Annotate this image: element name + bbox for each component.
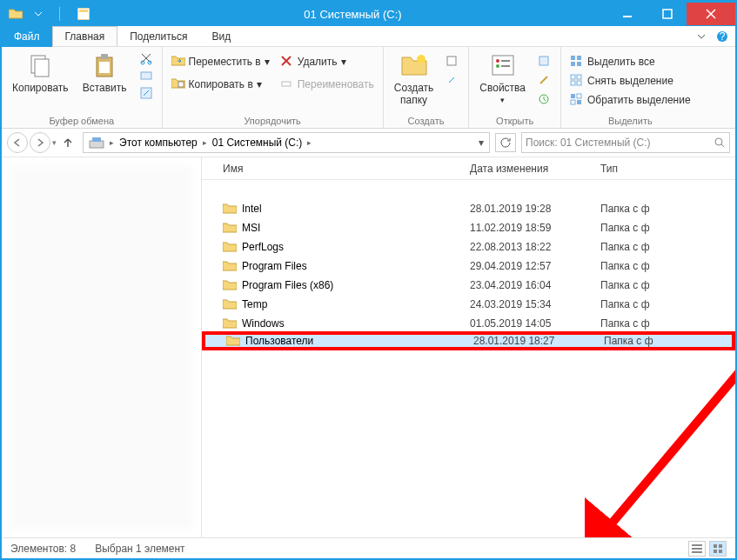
file-type: Папка с ф: [593, 298, 735, 310]
drive-icon[interactable]: [85, 136, 108, 150]
details-view-button[interactable]: [688, 541, 706, 557]
file-date: 28.01.2019 19:28: [463, 203, 593, 215]
annotation-arrow: [585, 361, 735, 537]
file-menu[interactable]: Файл: [2, 26, 52, 47]
properties-icon[interactable]: [75, 5, 92, 23]
paste-button[interactable]: Вставить: [79, 50, 131, 96]
svg-rect-45: [714, 544, 717, 548]
invert-selection-button[interactable]: Обратить выделение: [568, 92, 693, 108]
maximize-button[interactable]: [647, 3, 687, 25]
column-header-name[interactable]: Имя: [202, 163, 463, 175]
svg-point-21: [496, 59, 499, 63]
back-button[interactable]: [7, 132, 28, 153]
svg-rect-46: [719, 544, 722, 548]
breadcrumb-item[interactable]: Этот компьютер: [116, 137, 201, 149]
easy-access-button[interactable]: [444, 73, 461, 89]
new-folder-button[interactable]: Создать папку: [391, 50, 438, 108]
statusbar: Элементов: 8 Выбран 1 элемент: [2, 537, 735, 558]
svg-rect-36: [577, 94, 581, 98]
up-button[interactable]: [58, 133, 77, 152]
forward-button[interactable]: [30, 132, 50, 153]
window-controls: [608, 3, 735, 25]
svg-point-23: [496, 64, 499, 68]
copy-path-button[interactable]: [137, 68, 155, 83]
group-organize: Переместить в ▾ Копировать в ▾ Удалить ▾…: [163, 47, 384, 128]
file-type: Папка с ф: [597, 335, 732, 347]
file-type: Папка с ф: [593, 260, 735, 272]
sidebar[interactable]: [2, 157, 202, 537]
quick-access-toolbar: [2, 5, 97, 23]
svg-point-18: [417, 55, 425, 63]
file-row[interactable]: MSI11.02.2019 18:59Папка с ф: [202, 218, 735, 237]
minimize-button[interactable]: [608, 3, 647, 25]
close-button[interactable]: [687, 3, 735, 25]
file-type: Папка с ф: [593, 279, 735, 291]
properties-button[interactable]: Свойства ▾: [476, 50, 529, 106]
menubar: Файл Главная Поделиться Вид ?: [2, 26, 735, 47]
select-none-icon: [570, 74, 584, 88]
file-type: Папка с ф: [593, 222, 735, 234]
address-bar[interactable]: ▸ Этот компьютер ▸ 01 Системный (С:) ▸ ▾: [83, 132, 490, 153]
refresh-button[interactable]: [495, 133, 516, 152]
icons-view-button[interactable]: [709, 541, 727, 557]
open-button[interactable]: [536, 54, 553, 70]
breadcrumb-item[interactable]: 01 Системный (С:): [209, 137, 306, 149]
chevron-right-icon[interactable]: ▸: [203, 138, 207, 147]
column-header-date[interactable]: Дата изменения: [463, 163, 593, 175]
explorer-window: 01 Системный (С:) Файл Главная Поделитьс…: [0, 0, 737, 560]
svg-rect-27: [571, 56, 575, 60]
edit-button[interactable]: [536, 73, 553, 89]
invert-icon: [570, 93, 584, 107]
chevron-right-icon[interactable]: ▸: [110, 138, 114, 147]
history-dropdown-icon[interactable]: ▾: [52, 138, 57, 147]
svg-rect-32: [577, 75, 581, 79]
select-all-button[interactable]: Выделить все: [568, 54, 693, 70]
group-new: Создать папку Создать: [384, 47, 470, 128]
rename-button: Переименовать: [278, 77, 376, 92]
edit-icon: [538, 74, 552, 88]
file-type: Папка с ф: [593, 241, 735, 253]
tab-share[interactable]: Поделиться: [117, 27, 199, 46]
tab-view[interactable]: Вид: [199, 27, 243, 46]
svg-rect-25: [539, 57, 548, 65]
paste-icon: [90, 52, 118, 80]
cut-button[interactable]: [137, 50, 155, 66]
file-name: Пользователи: [245, 335, 313, 347]
folder-icon: [226, 335, 240, 347]
chevron-right-icon[interactable]: ▸: [307, 138, 312, 147]
copy-button[interactable]: Копировать: [9, 50, 72, 96]
help-icon[interactable]: ?: [716, 30, 728, 43]
column-header-type[interactable]: Тип: [593, 163, 735, 175]
file-list: Имя Дата изменения Тип Intel28.01.2019 1…: [202, 157, 735, 537]
copy-icon: [26, 52, 54, 80]
delete-button[interactable]: Удалить ▾: [278, 54, 376, 70]
file-row[interactable]: Пользователи28.01.2019 18:27Папка с ф: [202, 331, 735, 350]
tab-home[interactable]: Главная: [52, 26, 118, 46]
dropdown-icon[interactable]: ▾: [475, 137, 487, 149]
svg-rect-28: [577, 56, 581, 60]
move-to-button[interactable]: Переместить в ▾: [170, 54, 271, 70]
folder-icon: [223, 222, 237, 234]
paste-shortcut-button[interactable]: [137, 85, 155, 101]
history-button[interactable]: [536, 92, 553, 108]
svg-rect-33: [571, 81, 575, 85]
copy-to-button[interactable]: Копировать в ▾: [170, 77, 271, 92]
svg-rect-19: [447, 57, 456, 65]
search-icon[interactable]: [714, 137, 726, 149]
svg-rect-34: [577, 81, 581, 85]
expand-ribbon-icon[interactable]: [695, 30, 707, 43]
file-row[interactable]: PerfLogs22.08.2013 18:22Папка с ф: [202, 237, 735, 257]
select-none-button[interactable]: Снять выделение: [568, 73, 693, 89]
svg-rect-37: [571, 100, 575, 104]
file-row[interactable]: Program Files29.04.2019 12:57Папка с ф: [202, 257, 735, 276]
svg-rect-31: [571, 75, 575, 79]
file-row[interactable]: Intel28.01.2019 19:28Папка с ф: [202, 199, 735, 218]
search-input[interactable]: Поиск: 01 Системный (С:): [521, 132, 730, 153]
dropdown-icon[interactable]: [30, 5, 47, 23]
file-row[interactable]: Temp24.03.2019 15:34Папка с ф: [202, 295, 735, 314]
file-row[interactable]: Program Files (x86)23.04.2019 16:04Папка…: [202, 276, 735, 295]
shortcut-icon: [139, 86, 153, 100]
file-row[interactable]: Windows01.05.2019 14:05Папка с ф: [202, 314, 735, 333]
new-item-button[interactable]: [444, 54, 461, 70]
svg-rect-42: [692, 544, 702, 546]
